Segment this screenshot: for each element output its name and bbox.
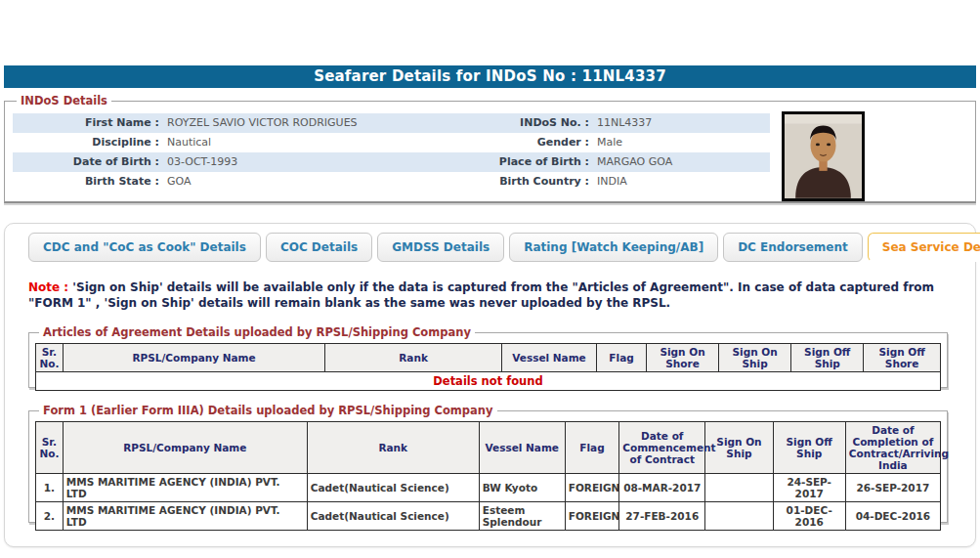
- cell-rank: Cadet(Nautical Science): [307, 474, 479, 502]
- seafarer-photo: [782, 111, 865, 201]
- col-date-of-completion: Date of Completion of Contract/Arriving …: [845, 422, 940, 474]
- col-sign-off-ship: Sign Off Ship: [791, 344, 864, 372]
- cell-sign-off-ship: 01-DEC-2016: [773, 502, 845, 531]
- form1-row-2: 2. MMS MARITIME AGENCY (INDIA) PVT. LTD …: [36, 502, 941, 531]
- note-body: 'Sign on Ship' details will be available…: [28, 280, 934, 310]
- cell-commencement: 27-FEB-2016: [619, 502, 705, 531]
- birth-state-value: GOA: [159, 172, 472, 192]
- col-sr-no: Sr. No.: [36, 344, 64, 372]
- birth-country-label: Birth Country :: [472, 172, 589, 192]
- form1-section: Form 1 (Earlier Form IIIA) Details uploa…: [28, 404, 948, 523]
- cell-sr-no: 2.: [36, 502, 64, 531]
- form1-header-row: Sr. No. RPSL/Company Name Rank Vessel Na…: [36, 422, 941, 474]
- tab-coc-details[interactable]: COC Details: [266, 233, 372, 262]
- col-sign-on-shore: Sign On Shore: [647, 344, 719, 372]
- indos-row-2: Discipline : Nautical Gender : Male: [13, 133, 770, 152]
- indos-no-label: INDoS No. :: [472, 113, 589, 133]
- col-rank: Rank: [307, 422, 479, 474]
- articles-empty-row: Details not found: [36, 372, 941, 391]
- birth-state-label: Birth State :: [13, 172, 159, 192]
- page-title: Seafarer Details for INDoS No : 11NL4337: [4, 65, 976, 88]
- cell-vessel: BW Kyoto: [479, 474, 565, 502]
- tab-dc-endorsement[interactable]: DC Endorsement: [723, 233, 863, 262]
- col-rpsl-company-name: RPSL/Company Name: [63, 344, 325, 372]
- cell-company: MMS MARITIME AGENCY (INDIA) PVT. LTD: [63, 502, 307, 531]
- place-of-birth-label: Place of Birth :: [472, 152, 589, 172]
- indos-row-4: Birth State : GOA Birth Country : INDIA: [13, 172, 770, 192]
- cell-completion: 04-DEC-2016: [845, 502, 940, 531]
- date-of-birth-label: Date of Birth :: [13, 152, 159, 172]
- tab-gmdss-details[interactable]: GMDSS Details: [377, 233, 504, 262]
- cell-sign-on-ship: [705, 474, 773, 502]
- indos-details-grid: First Name : ROYZEL SAVIO VICTOR RODRIGU…: [13, 113, 770, 192]
- seafarer-details-page: Seafarer Details for INDoS No : 11NL4337…: [0, 0, 980, 558]
- tab-cdc-and-coc-as-cook-details[interactable]: CDC and "CoC as Cook" Details: [28, 233, 261, 262]
- form1-table: Sr. No. RPSL/Company Name Rank Vessel Na…: [35, 421, 941, 531]
- first-name-value: ROYZEL SAVIO VICTOR RODRIGUES: [159, 113, 472, 133]
- birth-country-value: INDIA: [589, 172, 770, 192]
- discipline-value: Nautical: [159, 133, 472, 152]
- note-prefix: Note :: [28, 280, 68, 294]
- col-sr-no: Sr. No.: [36, 422, 64, 474]
- cell-sr-no: 1.: [36, 474, 64, 502]
- col-sign-on-ship: Sign On Ship: [719, 344, 791, 372]
- tab-bar: CDC and "CoC as Cook" Details COC Detail…: [28, 233, 980, 262]
- col-vessel-name: Vessel Name: [501, 344, 596, 372]
- col-flag: Flag: [565, 422, 619, 474]
- col-flag: Flag: [597, 344, 647, 372]
- discipline-label: Discipline :: [13, 133, 159, 152]
- cell-rank: Cadet(Nautical Science): [307, 502, 479, 531]
- place-of-birth-value: MARGAO GOA: [589, 152, 770, 172]
- cell-flag: FOREIGN: [565, 474, 619, 502]
- tab-sea-service-details[interactable]: Sea Service Details: [868, 233, 980, 262]
- first-name-label: First Name :: [13, 113, 159, 133]
- cell-commencement: 08-MAR-2017: [619, 474, 705, 502]
- cell-company: MMS MARITIME AGENCY (INDIA) PVT. LTD: [63, 474, 307, 502]
- cell-completion: 26-SEP-2017: [845, 474, 940, 502]
- cell-sign-on-ship: [705, 502, 773, 531]
- gender-label: Gender :: [472, 133, 589, 152]
- col-vessel-name: Vessel Name: [479, 422, 565, 474]
- articles-legend: Articles of Agreement Details uploaded b…: [39, 325, 475, 339]
- articles-table: Sr. No. RPSL/Company Name Rank Vessel Na…: [35, 343, 941, 391]
- date-of-birth-value: 03-OCT-1993: [159, 152, 472, 172]
- col-rpsl-company-name: RPSL/Company Name: [63, 422, 307, 474]
- details-not-found-message: Details not found: [36, 372, 941, 391]
- col-sign-off-shore: Sign Off Shore: [864, 344, 941, 372]
- col-rank: Rank: [325, 344, 502, 372]
- indos-details-legend: INDoS Details: [17, 94, 111, 107]
- col-sign-off-ship: Sign Off Ship: [773, 422, 845, 474]
- gender-value: Male: [589, 133, 770, 152]
- col-date-of-commencement: Date of Commencement of Contract: [619, 422, 705, 474]
- note-text: Note : 'Sign on Ship' details will be av…: [28, 279, 954, 311]
- indos-row-3: Date of Birth : 03-OCT-1993 Place of Bir…: [13, 152, 770, 172]
- articles-header-row: Sr. No. RPSL/Company Name Rank Vessel Na…: [36, 344, 941, 372]
- form1-row-1: 1. MMS MARITIME AGENCY (INDIA) PVT. LTD …: [36, 474, 941, 502]
- indos-row-1: First Name : ROYZEL SAVIO VICTOR RODRIGU…: [13, 113, 770, 133]
- sea-service-tab-panel: CDC and "CoC as Cook" Details COC Detail…: [4, 223, 976, 547]
- cell-flag: FOREIGN: [565, 502, 619, 531]
- cell-vessel: Esteem Splendour: [479, 502, 565, 531]
- cell-sign-off-ship: 24-SEP-2017: [773, 474, 845, 502]
- tab-rating-watch-keeping-ab[interactable]: Rating [Watch Keeping/AB]: [509, 233, 718, 262]
- indos-details-section: INDoS Details First Name : ROYZEL SAVIO …: [4, 94, 976, 203]
- form1-legend: Form 1 (Earlier Form IIIA) Details uploa…: [39, 404, 497, 417]
- indos-no-value: 11NL4337: [589, 113, 770, 133]
- articles-of-agreement-section: Articles of Agreement Details uploaded b…: [28, 325, 948, 388]
